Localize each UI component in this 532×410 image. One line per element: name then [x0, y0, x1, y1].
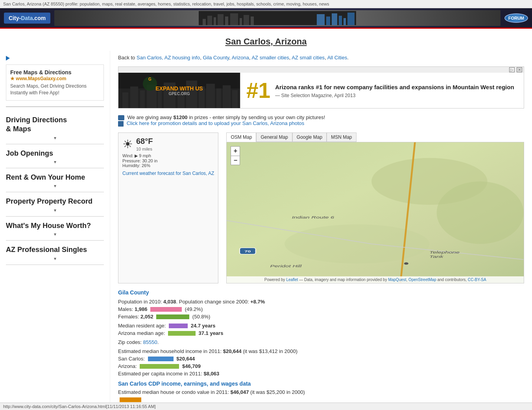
ad-image: G EXPAND WITH US GPEC.ORG [118, 73, 240, 108]
sidebar-item-driving-directions[interactable]: Driving Directions& Maps ▾ [6, 111, 104, 144]
page-title-area: San Carlos, Arizona [0, 29, 532, 51]
sidebar-ad-title: Free Maps & Directions [10, 69, 100, 76]
ad-text-content: #1 Arizona ranks #1 for new company faci… [240, 76, 524, 105]
income-section: Estimated median household income in 201… [118, 348, 524, 377]
males-count: 1,986 [135, 306, 148, 312]
svg-text:Peridot Hill: Peridot Hill [270, 264, 302, 268]
ad-number: #1 [246, 80, 270, 101]
breadcrumb-arizona-link[interactable]: Arizona [232, 55, 249, 61]
median-age-resident: 24.7 years [191, 323, 216, 329]
svg-rect-4 [218, 14, 224, 25]
status-url: http://www.city-data.com/city/San-Carlos… [3, 404, 156, 409]
map-tab-msn[interactable]: MSN Map [327, 132, 356, 142]
az-median-age: 37.1 years [198, 330, 223, 336]
rent-own-arrow-icon: ▾ [6, 183, 104, 189]
svg-rect-13 [339, 16, 342, 25]
svg-rect-3 [214, 17, 216, 25]
svg-rect-6 [230, 13, 238, 25]
promo-link[interactable]: Click here for promotion details and to … [127, 120, 305, 126]
population-2010: 4,038 [163, 299, 176, 305]
svg-point-36 [285, 224, 430, 263]
weather-link[interactable]: Current weather forecast for San Carlos,… [122, 170, 214, 176]
az-age-bar [168, 331, 196, 336]
sidebar-divider [6, 107, 104, 107]
az-income: $46,709 [182, 363, 201, 369]
ad-close-btn[interactable]: ✕ [517, 67, 522, 72]
females-row: Females: 2,052 (50.8%) [118, 314, 524, 320]
svg-rect-2 [207, 16, 212, 25]
weather-wind: Wind: ▶ 9 mph [122, 153, 214, 158]
weather-box: ☀ 68°F 10 miles Wind: ▶ 9 mph Pressure: … [118, 132, 218, 283]
svg-text:G: G [148, 77, 151, 81]
svg-rect-12 [332, 13, 337, 25]
svg-rect-20 [140, 90, 145, 108]
promo-amount: $1200 [173, 114, 187, 120]
mapquest-link[interactable]: MapQuest [388, 278, 406, 282]
breadcrumb-small-cities-link[interactable]: AZ small cities [292, 55, 325, 61]
income-2000: $13,412 [259, 348, 277, 354]
breadcrumb-housing-link[interactable]: San Carlos, AZ housing info [137, 55, 200, 61]
house-worth-arrow-icon: ▾ [6, 232, 104, 237]
ad-headline-block: Arizona ranks #1 for new company facilit… [275, 83, 514, 98]
az-median-age-row: Arizona median age: 37.1 years [118, 330, 524, 336]
resident-age-bar [169, 324, 188, 328]
map-tab-general[interactable]: General Map [256, 132, 292, 142]
svg-text:Telephone: Telephone [430, 250, 460, 254]
svg-rect-15 [347, 13, 355, 25]
map-zoom-in-button[interactable]: + [231, 146, 240, 156]
forum-badge[interactable]: FORUM [504, 13, 528, 23]
openstreetmap-link[interactable]: OpenStreetMap [408, 278, 436, 282]
job-openings-arrow-icon: ▾ [6, 159, 104, 165]
per-capita-income: $8,063 [204, 371, 220, 377]
map-tab-osm[interactable]: OSM Map [226, 132, 256, 142]
house-value-2000: $25,200 [266, 389, 285, 395]
sidebar-item-rent-own[interactable]: Rent & Own Your Home ▾ [6, 168, 104, 192]
income-data-link[interactable]: San Carlos CDP income, earnings, and wag… [118, 381, 524, 387]
promo-section: We are giving away $1200 in prizes - ent… [118, 114, 524, 127]
status-bar: http://www.city-data.com/city/San-Carlos… [0, 403, 532, 410]
sidebar-item-az-singles[interactable]: AZ Professional Singles ▾ [6, 241, 104, 265]
svg-text:70: 70 [245, 250, 251, 253]
weather-forecast-link[interactable]: Current weather forecast for San Carlos,… [122, 171, 214, 176]
sidebar-ad-link[interactable]: www.MapsGalaxy.com [10, 76, 100, 81]
ad-source: — Site Selection Magazine, April 2013 [275, 93, 514, 98]
breadcrumb-all-cities-link[interactable]: All Cities [327, 55, 347, 61]
leaflet-link[interactable]: Leaflet [286, 278, 298, 282]
sidebar-item-job-openings[interactable]: Job Openings ▾ [6, 144, 104, 168]
house-bar-section [118, 397, 524, 403]
zip-section: Zip codes: 85550. [118, 339, 524, 345]
ccbysa-link[interactable]: CC-BY-SA [468, 278, 486, 282]
svg-rect-11 [326, 17, 330, 25]
az-income-bar [140, 364, 179, 369]
sidebar-nav-jobs-label: Job Openings [6, 149, 104, 158]
svg-rect-5 [225, 17, 228, 25]
map-tab-google[interactable]: Google Map [292, 132, 327, 142]
map-zoom-out-button[interactable]: − [231, 156, 240, 165]
svg-rect-19 [130, 86, 138, 108]
svg-rect-10 [317, 14, 325, 25]
sidebar-item-house-worth[interactable]: What's My House Worth? ▾ [6, 217, 104, 241]
svg-text:Tank: Tank [430, 255, 444, 259]
sidebar-nav-house-label: What's My House Worth? [6, 221, 104, 230]
breadcrumb-smaller-cities-link[interactable]: AZ smaller cities [251, 55, 289, 61]
page-title: San Carlos, Arizona [0, 37, 532, 47]
header-banner-image [54, 10, 501, 26]
breadcrumb-gila-link[interactable]: Gila County [203, 55, 229, 61]
per-capita-row: Estimated per capita income in 2011: $8,… [118, 371, 524, 377]
map-zoom-controls: + − [231, 146, 240, 165]
sidebar-item-property-record[interactable]: Property Property Record ▾ [6, 192, 104, 216]
site-logo[interactable]: City-Data.com [4, 13, 50, 24]
median-age-row: Median resident age: 24.7 years [118, 323, 524, 329]
ad-image-sub: GPEC.ORG [155, 92, 203, 96]
weather-details: Wind: ▶ 9 mph Pressure: 30.20 in Humidit… [122, 153, 214, 168]
browser-tab: San Carlos, Arizona (AZ 85550) profile: … [0, 0, 532, 8]
males-pct: 49.2% [187, 306, 201, 312]
breadcrumb-prefix: Back to [118, 55, 135, 61]
svg-rect-7 [240, 18, 242, 25]
median-income-row: Estimated median household income in 201… [118, 348, 524, 354]
county-link[interactable]: Gila County [118, 289, 524, 296]
zip-code-link[interactable]: 85550 [143, 339, 157, 345]
map-frame: Indian Route 6 70 Peridot Hill Telephone… [226, 142, 524, 283]
house-value-2011: $46,047 [230, 389, 249, 395]
females-count: 2,052 [140, 314, 153, 320]
